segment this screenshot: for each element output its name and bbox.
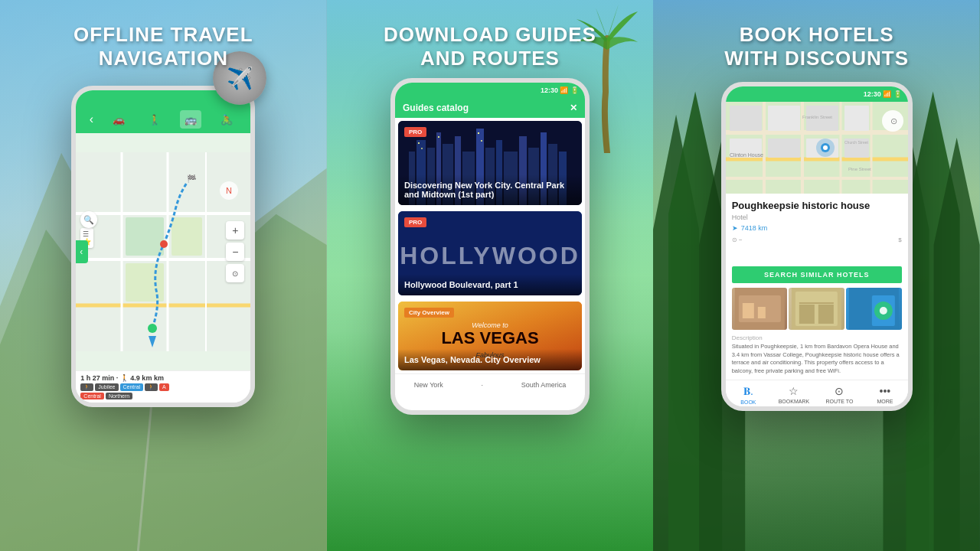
svg-point-73 (823, 145, 828, 150)
svg-rect-83 (758, 307, 766, 318)
bookmark-label: BOOKMARK (779, 399, 809, 404)
tag-walk2: 🚶 (145, 383, 158, 391)
svg-point-13 (148, 324, 157, 333)
svg-rect-63 (730, 106, 762, 131)
tag-central2: Central (80, 393, 104, 399)
hotel-tab-more[interactable]: ••• MORE (862, 385, 908, 405)
left-panel: OFFLINE TRAVEL NAVIGATION ✈️ ‹ 🚗 🚶 🚌 🚴 (0, 0, 327, 551)
center-phone: 12:30 📶 🔋 Guides catalog ✕ (390, 78, 590, 415)
back-arrow[interactable]: ‹ (90, 112, 93, 126)
left-phone: ‹ 🚗 🚶 🚌 🚴 (71, 86, 255, 407)
book-icon: 𝐁. (743, 385, 753, 398)
svg-rect-39 (438, 136, 439, 138)
tag-northern: Northern (106, 393, 132, 399)
right-status-time: 12:30 (864, 90, 881, 98)
svg-text:Clinton House: Clinton House (730, 152, 763, 158)
map-controls: + − ⊙ (226, 221, 244, 282)
more-icon: ••• (880, 385, 891, 397)
hotel-photo-3 (846, 288, 902, 330)
left-phone-wrapper: ✈️ ‹ 🚗 🚶 🚌 🚴 (71, 70, 255, 407)
vegas-title: Las Vegas, Nevada. City Overview (398, 349, 582, 370)
guides-header: Guides catalog ✕ (395, 98, 585, 118)
route-icon: ⊙ (835, 385, 844, 397)
right-phone-wrapper: 12:30 📶 🔋 (721, 70, 913, 411)
guide-card-hollywood[interactable]: HOLLYWOOD PRO Hollywood Boulevard, part … (398, 211, 582, 295)
svg-rect-10 (126, 217, 164, 256)
hotel-bottom-bar: 𝐁. BOOK ☆ BOOKMARK ⊙ ROUTE TO ••• MORE (726, 380, 908, 406)
hotel-distance-value: 7418 km (741, 224, 768, 232)
svg-rect-87 (799, 305, 815, 324)
svg-rect-40 (478, 132, 479, 134)
svg-text:⊙: ⊙ (890, 116, 897, 126)
route-time: 1 h 27 min · 🚶 4.9 km km (80, 374, 246, 382)
nyc-title: Discovering New York City. Central Park … (398, 174, 582, 205)
guide-card-nyc[interactable]: PRO Discovering New York City. Central P… (398, 121, 582, 205)
route-info-bar: 1 h 27 min · 🚶 4.9 km km 🚶 Jubilee Centr… (76, 370, 250, 403)
hotel-price: $ (898, 236, 901, 243)
hotel-map: ⊙ Clinton House Franklin Street Church S… (726, 102, 908, 194)
tag-jubilee: Jubilee (95, 383, 118, 391)
hotel-distance: ➤ 7418 km (732, 224, 902, 232)
hotel-tab-bookmark[interactable]: ☆ BOOKMARK (771, 385, 817, 405)
right-panel: BOOK HOTELS WITH DISCOUNTS 12:30 📶 🔋 (653, 0, 980, 551)
svg-rect-41 (481, 140, 482, 142)
hotel-desc-label: Description (732, 334, 902, 341)
bookmark-icon: ☆ (789, 385, 799, 397)
guide-card-vegas[interactable]: Welcome to LAS VEGAS Fabulous City Overv… (398, 302, 582, 370)
nav-walk[interactable]: 🚶 (144, 110, 165, 129)
close-icon[interactable]: ✕ (570, 103, 577, 113)
hotel-photos (732, 288, 902, 330)
svg-rect-88 (818, 305, 834, 324)
hotel-rating-icon: ⊙ − (732, 236, 743, 243)
svg-rect-64 (768, 106, 800, 131)
hotel-name: Poughkeepsie historic house (732, 200, 902, 212)
search-hotels-button[interactable]: SEARCH SIMILAR HOTELS (732, 266, 902, 283)
hotel-tab-book[interactable]: 𝐁. BOOK (726, 385, 772, 405)
svg-text:🏁: 🏁 (187, 174, 197, 184)
hotel-photo-1 (732, 288, 788, 330)
vegas-city-badge: City Overview (404, 308, 454, 318)
svg-rect-68 (768, 139, 800, 158)
map-svg: 🏁 N (76, 133, 250, 370)
hotel-description: Situated in Poughkeepsie, 1 km from Bard… (732, 343, 902, 375)
nav-toolbar: ‹ 🚗 🚶 🚌 🚴 (76, 106, 250, 133)
nav-back-arrow[interactable]: ‹ (76, 240, 88, 263)
hollywood-pro-badge: PRO (404, 217, 426, 227)
center-status-bar: 12:30 📶 🔋 (395, 83, 585, 98)
right-title: BOOK HOTELS WITH DISCOUNTS (724, 23, 909, 70)
svg-text:HOLLYWOOD: HOLLYWOOD (400, 242, 580, 269)
svg-rect-11 (172, 217, 202, 256)
zoom-out-button[interactable]: − (226, 243, 244, 261)
hollywood-title: Hollywood Boulevard, part 1 (398, 274, 582, 295)
route-tags-2: Central Northern (80, 393, 246, 399)
hotel-map-svg: ⊙ Clinton House Franklin Street Church S… (726, 102, 908, 194)
svg-text:Franklin Street: Franklin Street (802, 115, 832, 119)
nyc-pro-badge: PRO (404, 127, 426, 137)
right-status-bar: 12:30 📶 🔋 (726, 86, 908, 102)
hotel-info: Poughkeepsie historic house Hotel ➤ 7418… (726, 194, 908, 266)
svg-point-15 (160, 240, 168, 248)
locate-button[interactable]: ⊙ (226, 264, 244, 282)
nav-bike[interactable]: 🚴 (216, 110, 237, 129)
svg-text:Pine Street: Pine Street (848, 167, 871, 171)
tag-central1: Central (120, 383, 144, 391)
zoom-in-button[interactable]: + (226, 221, 244, 240)
svg-text:Church Street: Church Street (844, 140, 868, 145)
hotel-tab-route[interactable]: ⊙ ROUTE TO (817, 385, 863, 405)
center-phone-wrapper: 12:30 📶 🔋 Guides catalog ✕ (390, 70, 590, 415)
svg-rect-37 (418, 142, 420, 144)
svg-rect-38 (421, 148, 423, 149)
center-title: DOWNLOAD GUIDES AND ROUTES (384, 23, 596, 70)
nav-car[interactable]: 🚗 (108, 110, 129, 129)
center-panel: DOWNLOAD GUIDES AND ROUTES 12:30 📶 🔋 Gui… (327, 0, 654, 551)
guides-title: Guides catalog (403, 103, 469, 113)
tag-walk1: 🚶 (80, 383, 93, 391)
more-label: MORE (877, 399, 893, 404)
svg-text:N: N (226, 186, 232, 195)
svg-rect-82 (743, 303, 754, 318)
hotel-type: Hotel (732, 214, 902, 221)
book-label: BOOK (740, 399, 756, 405)
map-area: 🏁 N + − ⊙ ☰ ⭐ (76, 133, 250, 370)
nav-transit[interactable]: 🚌 (180, 110, 201, 129)
svg-rect-66 (844, 106, 869, 131)
